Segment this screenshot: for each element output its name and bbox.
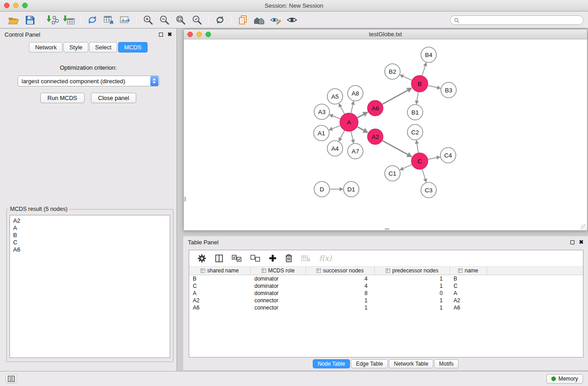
unselect-all-columns-icon[interactable] xyxy=(250,255,260,262)
result-item[interactable]: A2 xyxy=(13,217,167,224)
select-all-columns-icon[interactable] xyxy=(232,255,242,262)
node-A6[interactable]: A6 xyxy=(368,100,383,116)
table-row[interactable]: A6connector11A6 xyxy=(189,304,583,311)
column-header-shared-name[interactable]: shared name xyxy=(189,267,251,275)
edge-C-C4[interactable] xyxy=(428,157,437,159)
edge-A6-B[interactable] xyxy=(382,90,408,104)
session-documents-icon[interactable] xyxy=(235,13,251,27)
node-C4[interactable]: C4 xyxy=(440,148,456,163)
column-header-name[interactable]: name xyxy=(450,267,487,275)
open-file-icon[interactable] xyxy=(5,13,22,27)
zoom-selected-icon[interactable] xyxy=(189,13,205,27)
node-B4[interactable]: B4 xyxy=(421,47,436,62)
function-builder-icon[interactable]: f(x) xyxy=(319,254,331,262)
close-panel-button[interactable]: Close panel xyxy=(91,93,137,103)
node-C2[interactable]: C2 xyxy=(407,124,423,140)
tab-mcds[interactable]: MCDS xyxy=(118,42,147,52)
table-cell[interactable]: A6 xyxy=(189,305,251,311)
edge-B-B4[interactable] xyxy=(422,66,425,76)
refresh-view-icon[interactable] xyxy=(212,13,228,27)
table-cell[interactable]: B xyxy=(450,276,487,282)
tab-network[interactable]: Network xyxy=(29,42,62,52)
export-image-icon[interactable] xyxy=(117,13,133,27)
table-cell[interactable]: A xyxy=(450,290,487,296)
node-B3[interactable]: B3 xyxy=(441,82,456,98)
table-cell[interactable]: dominator xyxy=(251,276,306,282)
delete-table-icon[interactable] xyxy=(301,255,311,262)
node-A4[interactable]: A4 xyxy=(327,141,343,156)
close-panel-icon[interactable]: ✖ xyxy=(167,32,172,37)
result-item[interactable]: B xyxy=(13,232,167,239)
table-cell[interactable]: 1 xyxy=(306,305,375,311)
tab-select[interactable]: Select xyxy=(89,42,117,52)
network-home-icon[interactable] xyxy=(251,13,268,27)
edge-A-A7[interactable] xyxy=(351,132,353,140)
column-header-predecessor-nodes[interactable]: predecessor nodes xyxy=(375,267,450,275)
table-cell[interactable]: dominator xyxy=(251,283,306,289)
table-cell[interactable]: 1 xyxy=(306,297,375,304)
import-network-icon[interactable] xyxy=(45,13,61,27)
tab-edge-table[interactable]: Edge Table xyxy=(351,359,388,368)
table-cell[interactable]: C xyxy=(450,283,487,289)
table-settings-gear-icon[interactable] xyxy=(197,254,206,263)
table-cell[interactable]: dominator xyxy=(251,290,306,296)
zoom-out-icon[interactable] xyxy=(156,13,172,27)
table-cell[interactable]: 0 xyxy=(375,290,450,296)
node-B1[interactable]: B1 xyxy=(407,105,423,120)
table-cell[interactable]: A2 xyxy=(189,297,251,304)
result-item[interactable]: C xyxy=(13,239,167,246)
node-A7[interactable]: A7 xyxy=(348,143,363,159)
table-cell[interactable]: 8 xyxy=(306,290,375,296)
resize-grip[interactable] xyxy=(581,224,587,230)
edge-B-B1[interactable] xyxy=(417,92,418,101)
node-D1[interactable]: D1 xyxy=(344,181,359,197)
edge-B-B3[interactable] xyxy=(428,86,438,88)
zoom-fit-icon[interactable] xyxy=(172,13,189,27)
edge-A-A2[interactable] xyxy=(357,127,364,130)
tab-style[interactable]: Style xyxy=(63,42,88,52)
result-item[interactable]: A xyxy=(13,224,167,232)
optimization-criterion-dropdown[interactable]: largest connected component (directed) xyxy=(18,76,159,86)
edge-B-B2[interactable] xyxy=(403,76,412,80)
hide-graphics-details-icon[interactable] xyxy=(284,13,300,27)
node-A5[interactable]: A5 xyxy=(327,89,343,104)
node-C3[interactable]: C3 xyxy=(421,182,436,198)
network-canvas[interactable]: B4B2BB3A5A8A6B1A3AC2A1A2A4A7C4CC1C3DD1 xyxy=(184,39,587,230)
node-A3[interactable]: A3 xyxy=(314,104,330,119)
edge-A-A3[interactable] xyxy=(332,116,340,119)
table-row[interactable]: Bdominator41B xyxy=(189,275,583,282)
tab-network-table[interactable]: Network Table xyxy=(389,359,433,368)
table-cell[interactable]: B xyxy=(189,276,251,282)
edge-A-A6[interactable] xyxy=(358,114,364,118)
table-cell[interactable]: 1 xyxy=(375,305,450,311)
edge-C-C1[interactable] xyxy=(403,165,412,169)
table-cell[interactable]: A2 xyxy=(450,297,487,304)
zoom-in-icon[interactable] xyxy=(140,13,156,27)
edge-A-A8[interactable] xyxy=(351,104,353,113)
node-A1[interactable]: A1 xyxy=(314,125,329,141)
close-table-panel-icon[interactable]: ✖ xyxy=(579,239,583,245)
edge-A-A5[interactable] xyxy=(340,106,344,114)
column-header-MCDS-role[interactable]: MCDS role xyxy=(251,267,306,275)
table-row[interactable]: Adominator80A xyxy=(189,290,583,297)
table-cell[interactable]: A xyxy=(189,290,251,296)
create-column-plus-icon[interactable] xyxy=(269,254,277,262)
edge-A-A1[interactable] xyxy=(332,126,340,129)
save-session-icon[interactable] xyxy=(22,13,38,27)
edge-C-C2[interactable] xyxy=(417,143,418,153)
table-cell[interactable]: connector xyxy=(251,297,306,304)
delete-column-trash-icon[interactable] xyxy=(285,254,292,262)
network-table-icon[interactable] xyxy=(100,13,117,27)
tab-motifs[interactable]: Motifs xyxy=(434,359,459,368)
result-item[interactable]: A6 xyxy=(13,246,167,253)
node-B2[interactable]: B2 xyxy=(385,64,400,79)
import-table-icon[interactable] xyxy=(61,13,77,27)
node-D[interactable]: D xyxy=(314,181,330,197)
node-C[interactable]: C xyxy=(411,153,428,169)
float-table-panel-icon[interactable] xyxy=(570,240,574,244)
table-cell[interactable]: 1 xyxy=(375,283,450,289)
dropdown-stepper-icon[interactable] xyxy=(150,76,158,86)
edge-C-C3[interactable] xyxy=(422,169,425,179)
column-header-successor-nodes[interactable]: successor nodes xyxy=(306,267,375,275)
memory-button[interactable]: Memory xyxy=(546,374,583,384)
